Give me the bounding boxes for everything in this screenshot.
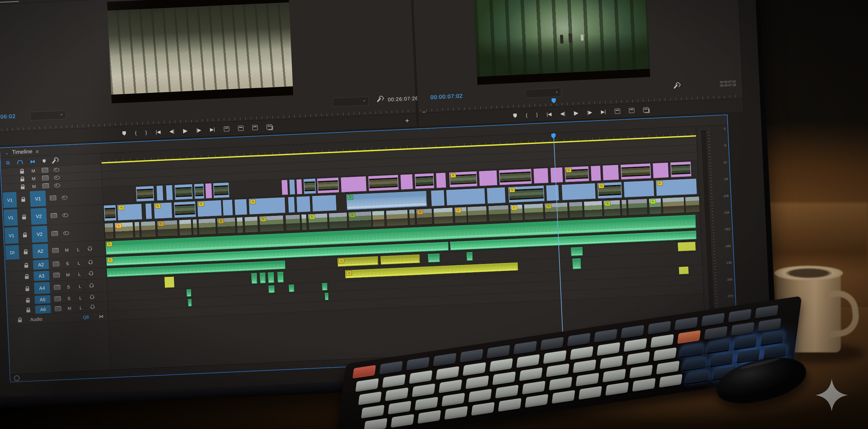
clip[interactable]: fx xyxy=(157,220,178,237)
clip[interactable] xyxy=(446,188,485,206)
clip[interactable] xyxy=(569,201,583,218)
track-lock-icon[interactable] xyxy=(24,265,28,267)
clip[interactable] xyxy=(533,168,549,184)
source-patch-icon[interactable] xyxy=(53,262,59,267)
source-patch-icon[interactable] xyxy=(50,196,56,201)
clip[interactable] xyxy=(268,285,275,293)
clip[interactable]: fx xyxy=(597,182,622,199)
clip[interactable] xyxy=(685,196,701,213)
source-patch-icon[interactable] xyxy=(52,248,59,253)
track-level-toggle[interactable]: L xyxy=(75,305,87,311)
clip[interactable] xyxy=(192,219,198,236)
scroll-zoom-knob-left[interactable] xyxy=(14,375,20,381)
marker-button[interactable] xyxy=(513,113,517,118)
clip[interactable] xyxy=(602,165,619,181)
track-name-v2[interactable]: V2 xyxy=(32,226,48,243)
lift-button[interactable] xyxy=(614,108,620,114)
track-mute-solo-toggle[interactable]: S xyxy=(63,295,75,301)
snap-icon[interactable] xyxy=(17,160,23,164)
step-back-button[interactable]: ◀| xyxy=(169,129,174,134)
program-playhead[interactable] xyxy=(551,98,556,104)
clip[interactable] xyxy=(487,187,506,204)
clip[interactable] xyxy=(164,276,175,288)
track-visibility-eye-icon[interactable] xyxy=(63,231,69,235)
clip[interactable]: fx xyxy=(153,202,173,219)
panel-menu-icon[interactable]: ≡ xyxy=(36,148,41,154)
clip[interactable] xyxy=(140,221,156,238)
clip[interactable] xyxy=(198,218,216,235)
clip[interactable] xyxy=(296,179,303,195)
clip[interactable] xyxy=(628,199,648,216)
clip[interactable]: fx xyxy=(649,198,662,215)
clip[interactable] xyxy=(156,185,164,201)
clip[interactable] xyxy=(289,179,296,195)
clip[interactable] xyxy=(268,272,275,284)
track-visibility-eye-icon[interactable] xyxy=(61,196,67,200)
voiceover-record-mic-icon[interactable] xyxy=(89,271,93,275)
track-lock-icon[interactable] xyxy=(20,171,24,173)
clip[interactable] xyxy=(467,206,487,223)
clip[interactable] xyxy=(620,163,651,180)
clip[interactable] xyxy=(433,207,454,225)
export-frame-button[interactable] xyxy=(252,125,258,130)
compare-button[interactable] xyxy=(643,107,649,113)
step-back-button[interactable]: ◀| xyxy=(560,111,565,116)
clip[interactable] xyxy=(244,216,259,233)
clip[interactable] xyxy=(277,271,284,283)
clip[interactable]: fx xyxy=(217,217,236,234)
clip[interactable]: fx xyxy=(603,200,621,217)
source-patch-toggle[interactable]: DI xyxy=(5,245,19,260)
tab-bcorce-monitor[interactable]: Bcorce Monitor xyxy=(0,0,19,3)
source-settings-wrench-icon[interactable] xyxy=(377,98,381,102)
track-mute-solo-toggle[interactable]: S xyxy=(63,284,75,290)
clip[interactable]: fx xyxy=(449,171,478,188)
voiceover-record-mic-icon[interactable] xyxy=(91,305,94,309)
clip[interactable] xyxy=(561,183,596,201)
go-to-in-button[interactable]: |◀ xyxy=(156,129,161,135)
voiceover-record-mic-icon[interactable] xyxy=(89,260,92,264)
track-lock-icon[interactable] xyxy=(23,251,27,254)
mark-out-button[interactable]: } xyxy=(536,112,538,117)
source-patch-icon[interactable] xyxy=(53,273,60,278)
insert-button[interactable] xyxy=(223,126,229,131)
source-patch-icon[interactable] xyxy=(55,306,61,311)
go-to-in-button[interactable]: |◀ xyxy=(547,111,552,117)
clip[interactable] xyxy=(188,299,192,307)
track-level-toggle[interactable]: L xyxy=(75,295,86,301)
clip[interactable] xyxy=(677,241,696,251)
step-forward-button[interactable]: |▶ xyxy=(587,110,592,115)
clip[interactable] xyxy=(179,219,192,236)
track-visibility-eye-icon[interactable] xyxy=(54,176,59,180)
clip[interactable] xyxy=(550,167,563,183)
clip[interactable] xyxy=(372,210,385,227)
track-mute-solo-toggle[interactable]: M xyxy=(63,305,75,311)
clip[interactable] xyxy=(428,253,440,263)
track-mute-solo-toggle[interactable]: S xyxy=(61,261,73,266)
clip[interactable] xyxy=(386,209,408,227)
panel-collapse-icon[interactable]: ⌄ xyxy=(5,150,9,155)
play-button[interactable]: ▶ xyxy=(574,110,578,116)
clip[interactable]: fx xyxy=(346,190,427,210)
clip[interactable]: fx xyxy=(508,185,545,203)
clip[interactable] xyxy=(205,183,212,199)
track-lock-icon[interactable] xyxy=(25,276,28,279)
clip[interactable] xyxy=(288,284,295,292)
clip[interactable] xyxy=(499,168,532,185)
clip[interactable] xyxy=(670,161,692,178)
clip[interactable] xyxy=(478,170,498,186)
track-name-a4[interactable]: A4 xyxy=(34,282,50,294)
track-name-a2[interactable]: A2 xyxy=(32,244,48,259)
mark-in-button[interactable]: { xyxy=(135,130,137,135)
overwrite-button[interactable] xyxy=(238,125,243,131)
clip[interactable]: fx xyxy=(197,200,222,217)
source-patch-toggle[interactable]: V1 xyxy=(3,209,18,226)
clip[interactable]: fx xyxy=(337,256,379,267)
clip[interactable] xyxy=(301,214,307,230)
track-visibility-eye-icon[interactable] xyxy=(62,213,68,217)
marker-button[interactable] xyxy=(122,131,126,136)
track-mute-solo-toggle[interactable]: M xyxy=(61,247,73,253)
clip[interactable] xyxy=(590,165,601,181)
clip[interactable] xyxy=(662,197,685,214)
play-button[interactable]: ▶ xyxy=(183,128,188,134)
clip[interactable]: fx xyxy=(655,178,697,196)
